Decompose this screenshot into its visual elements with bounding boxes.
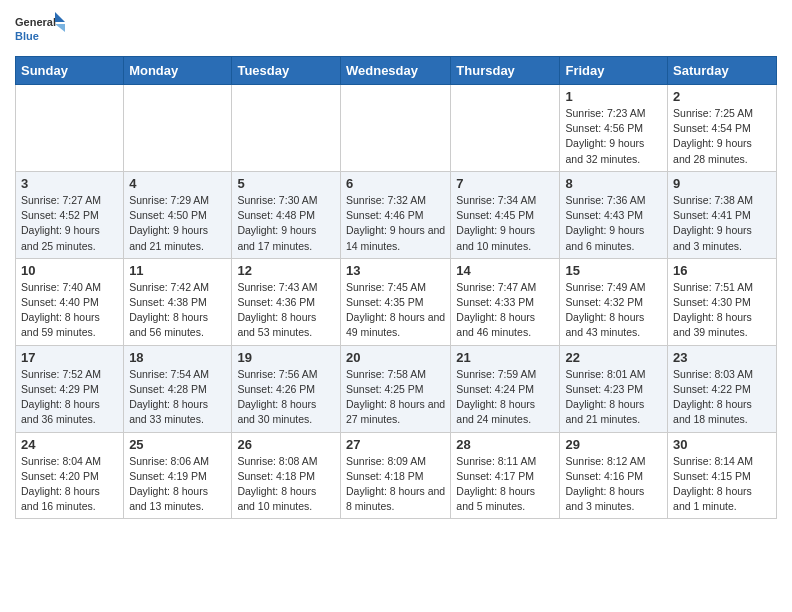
calendar-cell-1-4: 7Sunrise: 7:34 AM Sunset: 4:45 PM Daylig… <box>451 171 560 258</box>
day-number: 16 <box>673 263 771 278</box>
svg-marker-3 <box>55 24 65 32</box>
calendar-cell-4-1: 25Sunrise: 8:06 AM Sunset: 4:19 PM Dayli… <box>124 432 232 519</box>
day-info: Sunrise: 8:01 AM Sunset: 4:23 PM Dayligh… <box>565 367 662 428</box>
day-info: Sunrise: 7:23 AM Sunset: 4:56 PM Dayligh… <box>565 106 662 167</box>
day-number: 18 <box>129 350 226 365</box>
col-header-friday: Friday <box>560 57 668 85</box>
calendar-table: SundayMondayTuesdayWednesdayThursdayFrid… <box>15 56 777 519</box>
calendar-cell-4-6: 30Sunrise: 8:14 AM Sunset: 4:15 PM Dayli… <box>668 432 777 519</box>
day-number: 13 <box>346 263 445 278</box>
calendar-cell-3-6: 23Sunrise: 8:03 AM Sunset: 4:22 PM Dayli… <box>668 345 777 432</box>
day-number: 20 <box>346 350 445 365</box>
col-header-tuesday: Tuesday <box>232 57 341 85</box>
day-info: Sunrise: 7:34 AM Sunset: 4:45 PM Dayligh… <box>456 193 554 254</box>
calendar-cell-0-5: 1Sunrise: 7:23 AM Sunset: 4:56 PM Daylig… <box>560 85 668 172</box>
day-number: 21 <box>456 350 554 365</box>
calendar-cell-0-2 <box>232 85 341 172</box>
day-info: Sunrise: 7:52 AM Sunset: 4:29 PM Dayligh… <box>21 367 118 428</box>
col-header-saturday: Saturday <box>668 57 777 85</box>
day-info: Sunrise: 7:56 AM Sunset: 4:26 PM Dayligh… <box>237 367 335 428</box>
calendar-cell-3-2: 19Sunrise: 7:56 AM Sunset: 4:26 PM Dayli… <box>232 345 341 432</box>
calendar-cell-3-1: 18Sunrise: 7:54 AM Sunset: 4:28 PM Dayli… <box>124 345 232 432</box>
calendar-cell-1-3: 6Sunrise: 7:32 AM Sunset: 4:46 PM Daylig… <box>340 171 450 258</box>
calendar-cell-1-2: 5Sunrise: 7:30 AM Sunset: 4:48 PM Daylig… <box>232 171 341 258</box>
day-number: 10 <box>21 263 118 278</box>
day-info: Sunrise: 8:04 AM Sunset: 4:20 PM Dayligh… <box>21 454 118 515</box>
calendar-cell-2-3: 13Sunrise: 7:45 AM Sunset: 4:35 PM Dayli… <box>340 258 450 345</box>
calendar-cell-1-0: 3Sunrise: 7:27 AM Sunset: 4:52 PM Daylig… <box>16 171 124 258</box>
day-number: 25 <box>129 437 226 452</box>
day-info: Sunrise: 8:08 AM Sunset: 4:18 PM Dayligh… <box>237 454 335 515</box>
day-info: Sunrise: 8:06 AM Sunset: 4:19 PM Dayligh… <box>129 454 226 515</box>
day-info: Sunrise: 7:25 AM Sunset: 4:54 PM Dayligh… <box>673 106 771 167</box>
day-info: Sunrise: 8:11 AM Sunset: 4:17 PM Dayligh… <box>456 454 554 515</box>
day-info: Sunrise: 8:09 AM Sunset: 4:18 PM Dayligh… <box>346 454 445 515</box>
day-number: 29 <box>565 437 662 452</box>
day-info: Sunrise: 7:54 AM Sunset: 4:28 PM Dayligh… <box>129 367 226 428</box>
svg-marker-2 <box>55 12 65 22</box>
day-number: 22 <box>565 350 662 365</box>
svg-text:General: General <box>15 16 56 28</box>
day-info: Sunrise: 7:32 AM Sunset: 4:46 PM Dayligh… <box>346 193 445 254</box>
day-info: Sunrise: 7:29 AM Sunset: 4:50 PM Dayligh… <box>129 193 226 254</box>
calendar-cell-1-6: 9Sunrise: 7:38 AM Sunset: 4:41 PM Daylig… <box>668 171 777 258</box>
calendar-cell-1-1: 4Sunrise: 7:29 AM Sunset: 4:50 PM Daylig… <box>124 171 232 258</box>
calendar-cell-4-3: 27Sunrise: 8:09 AM Sunset: 4:18 PM Dayli… <box>340 432 450 519</box>
day-number: 19 <box>237 350 335 365</box>
day-number: 1 <box>565 89 662 104</box>
calendar-cell-4-0: 24Sunrise: 8:04 AM Sunset: 4:20 PM Dayli… <box>16 432 124 519</box>
calendar-row-3: 17Sunrise: 7:52 AM Sunset: 4:29 PM Dayli… <box>16 345 777 432</box>
day-number: 4 <box>129 176 226 191</box>
day-info: Sunrise: 7:30 AM Sunset: 4:48 PM Dayligh… <box>237 193 335 254</box>
header: General Blue <box>15 10 777 48</box>
calendar-cell-2-6: 16Sunrise: 7:51 AM Sunset: 4:30 PM Dayli… <box>668 258 777 345</box>
day-info: Sunrise: 7:42 AM Sunset: 4:38 PM Dayligh… <box>129 280 226 341</box>
calendar-row-2: 10Sunrise: 7:40 AM Sunset: 4:40 PM Dayli… <box>16 258 777 345</box>
day-number: 30 <box>673 437 771 452</box>
day-info: Sunrise: 7:27 AM Sunset: 4:52 PM Dayligh… <box>21 193 118 254</box>
day-info: Sunrise: 7:40 AM Sunset: 4:40 PM Dayligh… <box>21 280 118 341</box>
day-number: 7 <box>456 176 554 191</box>
col-header-wednesday: Wednesday <box>340 57 450 85</box>
day-number: 28 <box>456 437 554 452</box>
calendar-cell-3-0: 17Sunrise: 7:52 AM Sunset: 4:29 PM Dayli… <box>16 345 124 432</box>
calendar-cell-0-3 <box>340 85 450 172</box>
calendar-cell-3-3: 20Sunrise: 7:58 AM Sunset: 4:25 PM Dayli… <box>340 345 450 432</box>
col-header-sunday: Sunday <box>16 57 124 85</box>
day-info: Sunrise: 7:43 AM Sunset: 4:36 PM Dayligh… <box>237 280 335 341</box>
day-info: Sunrise: 8:03 AM Sunset: 4:22 PM Dayligh… <box>673 367 771 428</box>
day-info: Sunrise: 7:45 AM Sunset: 4:35 PM Dayligh… <box>346 280 445 341</box>
generalblue-logo-icon: General Blue <box>15 10 65 48</box>
col-header-thursday: Thursday <box>451 57 560 85</box>
calendar-cell-4-4: 28Sunrise: 8:11 AM Sunset: 4:17 PM Dayli… <box>451 432 560 519</box>
day-number: 26 <box>237 437 335 452</box>
day-info: Sunrise: 7:38 AM Sunset: 4:41 PM Dayligh… <box>673 193 771 254</box>
day-info: Sunrise: 7:58 AM Sunset: 4:25 PM Dayligh… <box>346 367 445 428</box>
calendar-cell-4-2: 26Sunrise: 8:08 AM Sunset: 4:18 PM Dayli… <box>232 432 341 519</box>
day-number: 2 <box>673 89 771 104</box>
calendar-cell-2-5: 15Sunrise: 7:49 AM Sunset: 4:32 PM Dayli… <box>560 258 668 345</box>
svg-text:Blue: Blue <box>15 30 39 42</box>
day-info: Sunrise: 7:36 AM Sunset: 4:43 PM Dayligh… <box>565 193 662 254</box>
day-info: Sunrise: 7:59 AM Sunset: 4:24 PM Dayligh… <box>456 367 554 428</box>
calendar-cell-2-1: 11Sunrise: 7:42 AM Sunset: 4:38 PM Dayli… <box>124 258 232 345</box>
day-number: 3 <box>21 176 118 191</box>
logo: General Blue <box>15 10 65 48</box>
calendar-cell-2-0: 10Sunrise: 7:40 AM Sunset: 4:40 PM Dayli… <box>16 258 124 345</box>
day-number: 9 <box>673 176 771 191</box>
calendar-row-1: 3Sunrise: 7:27 AM Sunset: 4:52 PM Daylig… <box>16 171 777 258</box>
calendar-cell-0-4 <box>451 85 560 172</box>
day-number: 6 <box>346 176 445 191</box>
calendar-cell-4-5: 29Sunrise: 8:12 AM Sunset: 4:16 PM Dayli… <box>560 432 668 519</box>
col-header-monday: Monday <box>124 57 232 85</box>
day-info: Sunrise: 7:51 AM Sunset: 4:30 PM Dayligh… <box>673 280 771 341</box>
day-number: 23 <box>673 350 771 365</box>
day-info: Sunrise: 7:49 AM Sunset: 4:32 PM Dayligh… <box>565 280 662 341</box>
day-number: 11 <box>129 263 226 278</box>
calendar-row-0: 1Sunrise: 7:23 AM Sunset: 4:56 PM Daylig… <box>16 85 777 172</box>
calendar-cell-0-1 <box>124 85 232 172</box>
calendar-cell-3-5: 22Sunrise: 8:01 AM Sunset: 4:23 PM Dayli… <box>560 345 668 432</box>
day-number: 5 <box>237 176 335 191</box>
day-number: 24 <box>21 437 118 452</box>
day-info: Sunrise: 7:47 AM Sunset: 4:33 PM Dayligh… <box>456 280 554 341</box>
